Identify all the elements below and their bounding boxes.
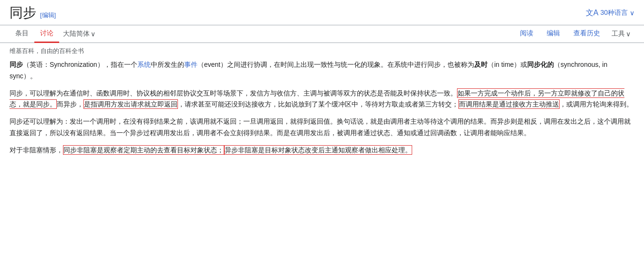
highlight-box-2: 是指调用方发出请求就立即返回 xyxy=(83,99,178,109)
page-title: 同步 xyxy=(10,4,36,22)
dalujianti-label: 大陆简体 xyxy=(63,30,90,38)
tab-dalujianti-dropdown[interactable]: 大陆简体 ∨ xyxy=(59,26,99,42)
title-area: 同步 [编辑] xyxy=(10,4,56,22)
tab-bar: 条目 讨论 大陆简体 ∨ 阅读 编辑 查看历史 工具 ∨ xyxy=(0,25,644,43)
tab-tiaomù[interactable]: 条目 xyxy=(10,25,34,43)
tab-taolun[interactable]: 讨论 xyxy=(34,25,59,43)
tab-right: 阅读 编辑 查看历史 工具 ∨ xyxy=(514,25,634,43)
chevron-down-icon: ∨ xyxy=(630,9,634,17)
bold-tongbuhua: 同步化的 xyxy=(527,61,554,68)
link-system[interactable]: 系统 xyxy=(137,61,151,68)
wiki-subtitle: 维基百科，自由的百科全书 xyxy=(0,43,644,57)
tools-chevron-icon: ∨ xyxy=(626,30,631,38)
gongju-label: 工具 xyxy=(612,30,625,38)
para3: 对于非阻塞情形，同步非阻塞是观察者定期主动的去查看目标对象状态；异步非阻塞是目标… xyxy=(10,145,634,156)
title-edit-link[interactable]: [编辑] xyxy=(40,11,56,20)
bold-jishi: 及时 xyxy=(474,61,488,68)
lang-label: 30种语言 xyxy=(600,9,628,17)
tab-chakanlishi[interactable]: 查看历史 xyxy=(568,25,606,43)
bold-tongbu: 同步 xyxy=(10,61,23,68)
highlight-box-5: 异步非阻塞是目标对象状态改变后主通知观察者做出相应处理。 xyxy=(224,145,412,155)
chevron-icon: ∨ xyxy=(91,30,95,38)
para2: 同步还可以理解为：发出一个调用时，在没有得到结果之前，该调用就不返回；一旦调用返… xyxy=(10,116,634,139)
link-event[interactable]: 事件 xyxy=(184,61,197,68)
translate-icon: 文A xyxy=(586,8,599,18)
language-selector[interactable]: 文A 30种语言 ∨ xyxy=(586,8,634,18)
highlight-box-4: 同步非阻塞是观察者定期主动的去查看目标对象状态； xyxy=(63,145,224,155)
tab-gongju-dropdown[interactable]: 工具 ∨ xyxy=(608,26,634,42)
tab-left: 条目 讨论 大陆简体 ∨ xyxy=(10,25,99,43)
tab-yuedu[interactable]: 阅读 xyxy=(514,25,539,43)
top-bar: 同步 [编辑] 文A 30种语言 ∨ xyxy=(0,0,644,25)
article-content: 同步（英语：Synchronization），指在一个系统中所发生的事件（eve… xyxy=(0,57,644,171)
para1: 同步，可以理解为在通信时、函数调用时、协议栈的相邻层协议交互时等场景下，发信方与… xyxy=(10,88,634,111)
tab-bianji[interactable]: 编辑 xyxy=(541,25,566,43)
intro-paragraph: 同步（英语：Synchronization），指在一个系统中所发生的事件（eve… xyxy=(10,59,634,82)
highlight-box-3: 而调用结果是通过接收方主动推送 xyxy=(458,99,560,109)
